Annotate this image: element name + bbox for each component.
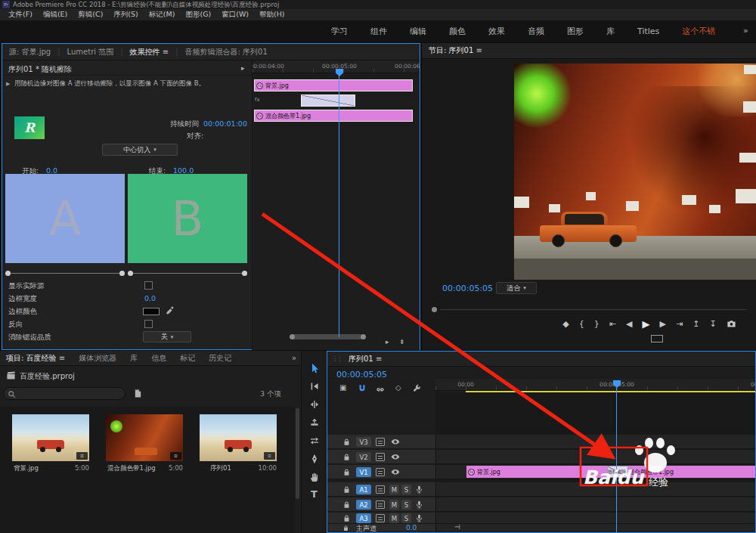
border-width-value[interactable]: 0.0 xyxy=(144,294,156,302)
comparison-view-button[interactable] xyxy=(651,335,663,342)
media-item[interactable]: ≡ 序列01 10:00 xyxy=(200,414,277,479)
disclosure-icon[interactable]: ▶ xyxy=(6,81,10,87)
track-badge-a1[interactable]: A1 xyxy=(356,485,371,494)
mini-transition-clip[interactable] xyxy=(301,95,355,107)
fit-select[interactable]: 适合 ▾ xyxy=(496,282,537,294)
eyedropper-icon[interactable] xyxy=(166,305,175,315)
alignment-select[interactable]: 中心切入 ▾ xyxy=(102,144,178,156)
program-zoom-track[interactable] xyxy=(440,309,746,310)
lock-icon[interactable] xyxy=(342,514,351,522)
tab-libraries[interactable]: 库 xyxy=(123,353,144,364)
mic-icon[interactable] xyxy=(415,500,423,510)
project-file-name[interactable]: 百度经验.prproj xyxy=(20,371,75,382)
sync-lock-icon[interactable] xyxy=(376,453,385,461)
menu-edit[interactable]: 编辑(E) xyxy=(38,10,73,20)
tab-overflow-icon[interactable]: » xyxy=(292,354,301,362)
workspace-tab-learning[interactable]: 学习 xyxy=(331,26,348,37)
ripple-edit-tool[interactable] xyxy=(309,399,320,410)
play-button[interactable]: ▶ xyxy=(643,318,650,330)
reverse-checkbox[interactable] xyxy=(144,320,153,328)
transition-thumbnail[interactable]: R xyxy=(14,116,45,139)
workspace-tab-effects[interactable]: 效果 xyxy=(488,26,505,37)
mini-zoom-icon[interactable]: ▸ xyxy=(386,338,389,346)
timeline-timecode[interactable]: 00:00:05:05 xyxy=(336,370,387,380)
program-timecode[interactable]: 00:00:05:05 xyxy=(442,284,493,293)
workspace-overflow-icon[interactable]: » xyxy=(743,26,748,36)
track-lane-a2[interactable] xyxy=(435,497,755,512)
mic-icon[interactable] xyxy=(415,485,423,494)
solo-button[interactable]: S xyxy=(401,500,411,510)
mini-page-icon[interactable]: ⇟ xyxy=(399,338,405,346)
razor-tool[interactable] xyxy=(309,417,320,428)
menu-window[interactable]: 窗口(W) xyxy=(216,10,254,20)
tab-lumetri-scopes[interactable]: Lumetri 范围 xyxy=(60,47,121,57)
track-badge-a3[interactable]: A3 xyxy=(356,513,371,523)
track-badge-v3[interactable]: V3 xyxy=(356,437,371,447)
tab-audio-clip-mixer[interactable]: 音频剪辑混合器: 序列01 xyxy=(178,47,274,57)
tab-media-browser[interactable]: 媒体浏览器 xyxy=(72,353,123,364)
mini-scrollbar[interactable] xyxy=(292,334,363,339)
step-forward-button[interactable]: ▶ xyxy=(660,319,666,329)
sync-lock-icon[interactable] xyxy=(376,485,385,494)
mute-button[interactable]: M xyxy=(389,485,399,494)
slip-tool[interactable] xyxy=(309,435,320,446)
panel-menu-icon[interactable]: ≡ xyxy=(376,355,382,363)
lock-icon[interactable] xyxy=(342,525,349,531)
tab-effect-controls[interactable]: 效果控件 ≡ xyxy=(123,47,176,57)
lift-button[interactable]: ↥ xyxy=(692,319,699,329)
mute-button[interactable]: M xyxy=(389,513,399,523)
solo-button[interactable]: S xyxy=(401,485,411,494)
panel-grip-icon[interactable]: ⋮⋮ xyxy=(327,355,345,362)
track-badge-a2[interactable]: A2 xyxy=(356,500,371,510)
selection-tool[interactable] xyxy=(309,363,320,373)
mini-clip-bottom[interactable]: fx 混合颜色带1.jpg xyxy=(254,110,413,122)
mark-in-button[interactable]: { xyxy=(579,319,584,329)
sync-lock-icon[interactable] xyxy=(376,500,385,509)
mute-button[interactable]: M xyxy=(389,500,399,510)
start-slider-track[interactable] xyxy=(10,273,122,274)
lock-icon[interactable] xyxy=(342,438,351,446)
track-badge-v2[interactable]: V2 xyxy=(356,452,371,462)
antialias-select[interactable]: 关 ▾ xyxy=(143,331,191,342)
mic-icon[interactable] xyxy=(415,513,423,523)
tab-timeline[interactable]: 序列01 ≡ xyxy=(345,354,385,364)
program-zoom-handle[interactable] xyxy=(432,307,437,312)
go-to-in-button[interactable]: ⇤ xyxy=(609,319,616,329)
mini-scrollbar-handle-left[interactable] xyxy=(290,334,295,339)
start-slider-handle-left[interactable] xyxy=(5,271,11,276)
border-color-swatch[interactable] xyxy=(143,308,160,315)
lock-icon[interactable] xyxy=(342,453,351,461)
mini-scrollbar-handle-right[interactable] xyxy=(361,334,366,339)
track-lane-a3[interactable] xyxy=(435,513,755,524)
linked-selection-button[interactable] xyxy=(376,384,385,393)
menu-graphics[interactable]: 图形(G) xyxy=(180,10,216,20)
add-marker-button[interactable]: ◆ xyxy=(562,319,569,329)
mini-clip-top[interactable]: fx 背景.jpg xyxy=(254,79,413,91)
extract-button[interactable]: ↧ xyxy=(709,319,716,329)
sync-lock-icon[interactable] xyxy=(376,468,385,476)
duration-value[interactable]: 00:00:01:00 xyxy=(203,119,247,128)
scroll-right-icon[interactable]: ▸ xyxy=(241,64,245,72)
step-back-button[interactable]: ◀ xyxy=(626,319,632,329)
sync-lock-icon[interactable] xyxy=(376,514,385,522)
workspace-tab-audio[interactable]: 音频 xyxy=(528,26,544,37)
show-actual-sources-checkbox[interactable] xyxy=(144,281,153,290)
timeline-settings-button[interactable] xyxy=(412,384,421,393)
timeline-ruler[interactable]: 00:00 00:00:05:00 00:00:10:00 xyxy=(435,379,755,391)
preview-b[interactable]: B xyxy=(128,174,247,263)
search-input[interactable] xyxy=(19,389,121,398)
lock-icon[interactable] xyxy=(342,485,351,494)
menu-markers[interactable]: 标记(M) xyxy=(144,10,181,20)
track-output-eye-icon[interactable] xyxy=(391,453,400,461)
tab-source-monitor[interactable]: 源: 背景.jpg xyxy=(2,47,57,57)
tab-program-monitor[interactable]: 节目: 序列01 ≡ xyxy=(422,45,489,56)
menu-clip[interactable]: 剪辑(C) xyxy=(73,10,108,20)
track-badge-v1[interactable]: V1 xyxy=(356,467,371,477)
media-item[interactable]: ≡ 背景.jpg 5:00 xyxy=(12,414,89,479)
workspace-tab-assembly[interactable]: 组件 xyxy=(370,26,387,37)
pen-tool[interactable] xyxy=(309,454,320,464)
master-level-value[interactable]: 0.0 xyxy=(406,524,417,531)
workspace-tab-editing[interactable]: 编辑 xyxy=(410,26,426,37)
type-tool[interactable]: T xyxy=(311,488,318,500)
tab-history[interactable]: 历史记 xyxy=(202,353,231,364)
